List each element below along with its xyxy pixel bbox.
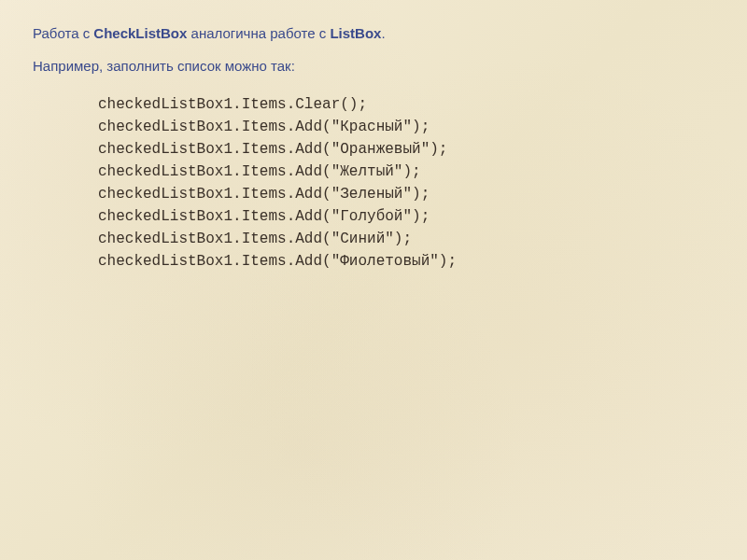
code-line: checkedListBox1.Items.Add("Синий"); bbox=[98, 231, 412, 247]
code-line: checkedListBox1.Items.Add("Желтый"); bbox=[98, 163, 421, 180]
subtext: Например, заполнить список можно так: bbox=[33, 56, 714, 77]
intro-bold1: CheckListBox bbox=[93, 25, 187, 41]
intro-part1: Работа с bbox=[33, 25, 93, 41]
code-line: checkedListBox1.Items.Add("Голубой"); bbox=[98, 208, 430, 225]
intro-text: Работа с CheckListBox аналогична работе … bbox=[33, 23, 714, 45]
document-content: Работа с CheckListBox аналогична работе … bbox=[33, 23, 714, 273]
code-block: checkedListBox1.Items.Clear(); checkedLi… bbox=[98, 93, 714, 273]
code-line: checkedListBox1.Items.Add("Красный"); bbox=[98, 119, 430, 135]
intro-bold2: ListBox bbox=[330, 25, 381, 41]
code-line: checkedListBox1.Items.Clear(); bbox=[98, 96, 367, 113]
code-line: checkedListBox1.Items.Add("Оранжевый"); bbox=[98, 141, 447, 158]
intro-part2: аналогична работе с bbox=[187, 25, 330, 41]
code-line: checkedListBox1.Items.Add("Фиолетовый"); bbox=[98, 253, 457, 270]
code-line: checkedListBox1.Items.Add("Зеленый"); bbox=[98, 186, 430, 203]
intro-part3: . bbox=[381, 25, 385, 41]
